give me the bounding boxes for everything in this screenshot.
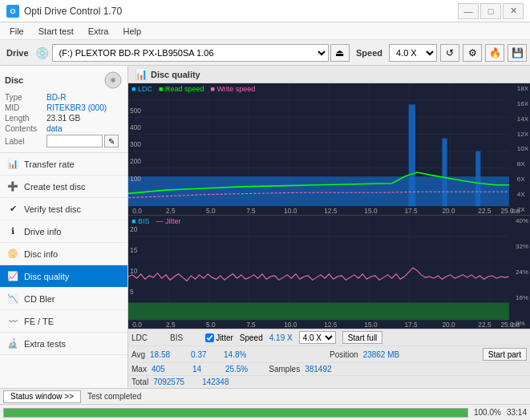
elapsed-time: 33:14 [507, 408, 527, 417]
max-ldc: 405 [152, 365, 188, 374]
nav-fe-te-label: FE / TE [24, 317, 54, 326]
total-bis: 142348 [202, 378, 229, 386]
jitter-checkbox[interactable] [205, 333, 214, 342]
extra-tests-icon: 🔬 [6, 337, 19, 350]
stats-values-middle: Position 23862 MB [330, 350, 399, 359]
svg-text:0.0: 0.0 [132, 207, 142, 215]
svg-text:300: 300 [130, 140, 141, 148]
svg-text:400: 400 [130, 123, 141, 131]
avg-bis: 0.37 [191, 350, 219, 359]
settings-button[interactable]: ⚙ [463, 44, 482, 62]
nav-items: 📊 Transfer rate ➕ Create test disc ✔ Ver… [0, 153, 127, 388]
lower-chart: ■ BIS — Jitter 40% 32% 24% 16% 8% [128, 216, 530, 329]
stats-bis-label: BIS [170, 333, 183, 342]
nav-create-test-disc[interactable]: ➕ Create test disc [0, 176, 127, 198]
stats-row: LDC BIS Jitter Speed 4.19 X 4.0 X Start … [128, 329, 530, 345]
burn-button[interactable]: 🔥 [485, 44, 504, 62]
nav-transfer-rate[interactable]: 📊 Transfer rate [0, 153, 127, 176]
titlebar-left: O Opti Drive Control 1.70 [6, 5, 122, 18]
window-controls: — □ ✕ [458, 3, 524, 19]
nav-verify-test-disc[interactable]: ✔ Verify test disc [0, 198, 127, 220]
label-save-button[interactable]: ✎ [104, 135, 119, 147]
stats-values-left: Avg 18.58 0.37 14.8% [131, 350, 246, 359]
legend-ldc: ■ LDC [131, 85, 152, 93]
close-button[interactable]: ✕ [503, 3, 524, 19]
legend-write: ■ Write speed [210, 85, 255, 93]
type-val: BD-R [47, 93, 66, 102]
nav-extra-tests[interactable]: 🔬 Extra tests [0, 333, 127, 355]
svg-text:100: 100 [130, 174, 141, 182]
length-key: Length [5, 114, 47, 123]
svg-text:17.5: 17.5 [404, 321, 417, 329]
drive-info-icon: ℹ [6, 225, 19, 238]
svg-text:10.0: 10.0 [284, 207, 297, 215]
contents-key: Contents [5, 124, 47, 133]
speed-select-stats[interactable]: 4.0 X [299, 331, 336, 344]
disc-image-icon [103, 71, 123, 90]
menu-start-test[interactable]: Start test [32, 25, 80, 38]
svg-text:17.5: 17.5 [404, 207, 418, 215]
stats-jitter-wrapper: Jitter [205, 333, 233, 342]
chart-header: 📊 Disc quality [128, 66, 530, 83]
drive-select[interactable]: (F:) PLEXTOR BD-R PX-LB950SA 1.06 [52, 44, 329, 62]
upper-chart: ■ LDC ■ Read speed ■ Write speed 18X 16X… [128, 83, 530, 216]
avg-ldc: 18.58 [150, 350, 186, 359]
nav-disc-quality[interactable]: 📈 Disc quality [0, 265, 127, 288]
verify-test-icon: ✔ [6, 203, 19, 216]
create-test-icon: ➕ [6, 180, 19, 193]
position-label: Position [330, 350, 358, 359]
save-button[interactable]: 💾 [508, 44, 527, 62]
stats-total-row: Max 405 14 25.5% Samples 381492 [128, 362, 530, 375]
mid-val: RITEKBR3 (000) [47, 103, 107, 112]
start-full-button[interactable]: Start full [342, 331, 383, 344]
status-window-button[interactable]: Status window >> [3, 390, 81, 403]
stats-jitter-label: Jitter [216, 333, 233, 342]
maximize-button[interactable]: □ [480, 3, 501, 19]
progress-bar-inner [4, 409, 467, 417]
position-val: 23862 MB [363, 350, 400, 359]
svg-text:12.5: 12.5 [324, 321, 337, 329]
transfer-rate-icon: 📊 [6, 158, 19, 171]
avg-label: Avg [131, 350, 145, 359]
minimize-button[interactable]: — [458, 3, 479, 19]
stats-speed-val: 4.19 X [269, 333, 293, 342]
disc-mid-row: MID RITEKBR3 (000) [5, 103, 123, 112]
nav-drive-info[interactable]: ℹ Drive info [0, 220, 127, 243]
legend-bis: ■ BIS [131, 217, 149, 225]
samples-val: 381492 [305, 365, 331, 374]
disc-length-row: Length 23.31 GB [5, 114, 123, 123]
speed-label: Speed [353, 48, 386, 58]
menu-help[interactable]: Help [116, 25, 148, 38]
menu-file[interactable]: File [3, 25, 30, 38]
svg-point-2 [112, 79, 114, 81]
chart-area: 📊 Disc quality ■ LDC ■ Read speed ■ Writ… [128, 66, 530, 388]
svg-text:7.5: 7.5 [246, 321, 256, 329]
chart-header-icon: 📊 [135, 68, 148, 80]
lower-legend: ■ BIS — Jitter [131, 217, 180, 225]
y-axis-right-upper: 18X 16X 14X 12X 10X 8X 6X 4X 2X [517, 83, 528, 215]
svg-text:500: 500 [130, 107, 141, 115]
label-input[interactable] [47, 135, 103, 147]
svg-rect-54 [128, 302, 509, 320]
disc-quality-icon: 📈 [6, 270, 19, 283]
disc-info-panel: Disc Type BD-R MID RITEKBR3 (000) Length… [0, 66, 127, 153]
menu-extra[interactable]: Extra [82, 25, 115, 38]
eject-button[interactable]: ⏏ [330, 44, 350, 62]
disc-info-header: Disc [5, 71, 123, 90]
status-bar: Status window >> Test completed [0, 388, 530, 404]
svg-text:200: 200 [130, 157, 141, 165]
nav-cd-bler[interactable]: 📉 CD Bler [0, 288, 127, 310]
max-bis: 14 [192, 365, 220, 374]
type-key: Type [5, 93, 47, 102]
nav-fe-te[interactable]: 〰 FE / TE [0, 310, 127, 333]
nav-disc-quality-label: Disc quality [24, 272, 69, 281]
svg-text:20.0: 20.0 [442, 321, 455, 329]
svg-text:7.5: 7.5 [246, 207, 256, 215]
progress-bar-row: 100.0% 33:14 [0, 404, 530, 420]
start-part-button[interactable]: Start part [483, 348, 527, 361]
nav-disc-info[interactable]: 📀 Disc info [0, 243, 127, 265]
svg-text:2.5: 2.5 [166, 321, 176, 329]
speed-select[interactable]: 4.0 X [389, 44, 437, 62]
svg-rect-21 [442, 139, 447, 207]
refresh-button[interactable]: ↺ [440, 44, 459, 62]
